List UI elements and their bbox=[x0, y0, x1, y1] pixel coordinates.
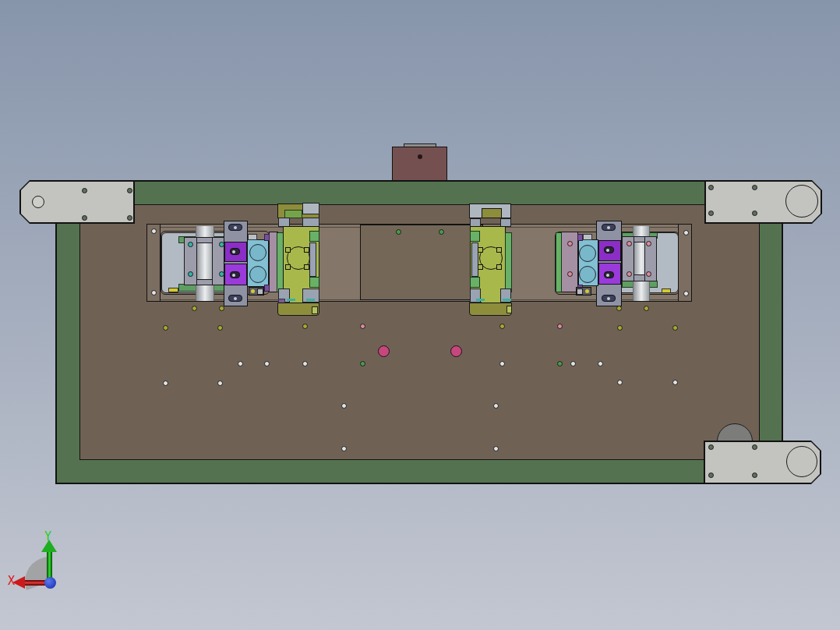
guide-block-plate[interactable] bbox=[622, 236, 634, 281]
disc-notch bbox=[285, 264, 291, 270]
indexer-top-insert bbox=[482, 208, 502, 218]
center-pocket[interactable] bbox=[360, 225, 483, 300]
bracket-top-right-bore bbox=[785, 185, 818, 218]
x-axis-label: X bbox=[8, 575, 15, 587]
bracket-top-left-hole bbox=[32, 196, 44, 208]
corner-tab bbox=[264, 234, 270, 241]
stop-block-right[interactable] bbox=[561, 232, 578, 292]
sensor-tab bbox=[583, 234, 592, 240]
green-strip bbox=[505, 232, 512, 292]
cylinder-bore bbox=[579, 245, 596, 262]
green-pad bbox=[309, 277, 319, 288]
bridge-slot bbox=[602, 295, 616, 302]
bridge-slot bbox=[602, 224, 616, 231]
connector-led bbox=[251, 289, 255, 293]
indexer-stub bbox=[506, 306, 512, 313]
clamp-slot bbox=[604, 246, 614, 253]
corner-tab bbox=[264, 285, 270, 292]
rail-end-left bbox=[146, 224, 161, 302]
y-axis-label: Y bbox=[44, 531, 51, 543]
cad-viewport[interactable]: Y X bbox=[0, 0, 840, 630]
teal-seal bbox=[476, 299, 485, 301]
guide-block-plate[interactable] bbox=[644, 236, 657, 281]
connector-led bbox=[585, 289, 589, 293]
indexer-top-plate bbox=[302, 203, 319, 214]
indexer-stub bbox=[312, 306, 318, 314]
corner-tab bbox=[577, 234, 583, 241]
gray-rib bbox=[309, 242, 316, 277]
mount-block[interactable] bbox=[392, 147, 447, 181]
bridge-slot bbox=[228, 224, 242, 231]
disc-notch bbox=[304, 247, 309, 253]
disc-notch bbox=[496, 264, 502, 270]
bracket-bottom-right-bore bbox=[786, 446, 817, 477]
disc-notch bbox=[285, 247, 291, 253]
teal-seal bbox=[503, 299, 511, 301]
cylinder-bore bbox=[249, 244, 266, 261]
clamp-slot bbox=[230, 271, 240, 278]
connector-cap bbox=[257, 288, 263, 295]
teal-seal bbox=[287, 299, 295, 301]
sensor-tab bbox=[248, 234, 257, 240]
green-strip bbox=[556, 232, 562, 292]
guide-block-plate[interactable] bbox=[184, 237, 197, 285]
z-axis-dot bbox=[44, 577, 56, 589]
cylinder-bore bbox=[579, 266, 596, 283]
rail-end-right bbox=[678, 224, 692, 302]
clamp-slot bbox=[604, 271, 614, 278]
bridge-slot bbox=[228, 295, 242, 302]
teal-seal bbox=[306, 299, 315, 301]
wear-chip-right bbox=[662, 288, 671, 293]
cylinder-bore bbox=[249, 266, 266, 283]
mount-block-hole bbox=[418, 154, 422, 159]
disc-notch bbox=[304, 264, 309, 270]
clamp-slot bbox=[230, 248, 240, 255]
green-pad bbox=[470, 277, 480, 288]
disc-notch bbox=[496, 247, 502, 253]
wear-chip-left bbox=[168, 288, 178, 292]
connector-cap bbox=[577, 288, 583, 295]
green-pad bbox=[470, 231, 480, 242]
disc-notch bbox=[478, 264, 483, 270]
green-pad bbox=[309, 231, 319, 242]
indexer-bottom-block[interactable] bbox=[469, 303, 512, 316]
disc-notch bbox=[478, 247, 483, 253]
